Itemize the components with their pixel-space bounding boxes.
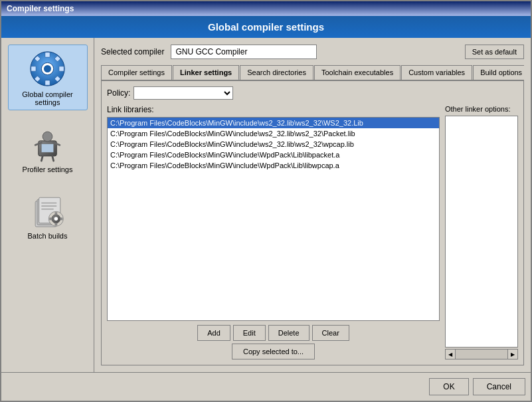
list-item[interactable]: C:\Program Files\CodeBlocks\MinGW\includ… bbox=[108, 128, 439, 139]
sidebar-item-batch-builds[interactable]: Batch builds bbox=[8, 187, 88, 243]
selected-compiler-label: Selected compiler bbox=[101, 47, 164, 56]
horizontal-scroll-area: ◀ ▶ bbox=[445, 349, 518, 359]
content-area: Link libraries: C:\Program Files\CodeBlo… bbox=[107, 105, 518, 359]
delete-button[interactable]: Delete bbox=[268, 325, 310, 341]
sidebar-global-compiler-label: Global compilersettings bbox=[22, 90, 72, 106]
tab-content-linker: Policy: Link libraries: C:\Program Files… bbox=[101, 81, 524, 365]
ok-button[interactable]: OK bbox=[429, 378, 468, 395]
svg-rect-29 bbox=[49, 217, 52, 220]
list-item[interactable]: C:\Program Files\CodeBlocks\MinGW\includ… bbox=[108, 160, 439, 171]
sidebar: Global compilersettings bbox=[1, 38, 94, 372]
svg-point-26 bbox=[54, 217, 58, 221]
tab-custom-variables[interactable]: Custom variables bbox=[401, 65, 472, 80]
profiler-icon bbox=[28, 124, 68, 163]
other-linker-textbox[interactable] bbox=[445, 116, 518, 348]
list-item[interactable]: C:\Program Files\CodeBlocks\MinGW\includ… bbox=[108, 139, 439, 150]
global-compiler-icon bbox=[28, 49, 68, 88]
tab-toolchain-executables[interactable]: Toolchain executables bbox=[314, 65, 400, 80]
compiler-dropdown[interactable]: GNU GCC Compiler bbox=[171, 45, 317, 59]
tabs-container: Compiler settings Linker settings Search… bbox=[101, 64, 524, 81]
scroll-track bbox=[456, 349, 507, 359]
svg-rect-17 bbox=[41, 144, 53, 152]
policy-label: Policy: bbox=[107, 88, 130, 98]
main-content: Global compilersettings bbox=[1, 38, 531, 372]
scroll-right-button[interactable]: ▶ bbox=[507, 349, 518, 359]
svg-rect-30 bbox=[60, 217, 63, 220]
svg-rect-2 bbox=[45, 80, 50, 84]
copy-selected-button[interactable]: Copy selected to... bbox=[232, 344, 315, 359]
svg-rect-3 bbox=[31, 66, 36, 70]
sidebar-batch-builds-label: Batch builds bbox=[28, 232, 68, 240]
other-linker-label: Other linker options: bbox=[445, 105, 518, 113]
window-title: Compiler settings bbox=[7, 4, 74, 13]
svg-line-15 bbox=[41, 155, 43, 160]
sidebar-item-global-compiler[interactable]: Global compilersettings bbox=[8, 45, 88, 110]
svg-point-12 bbox=[43, 132, 52, 142]
right-section: Other linker options: ◀ ▶ bbox=[445, 105, 518, 359]
tab-linker-settings[interactable]: Linker settings bbox=[173, 65, 239, 80]
right-panel: Selected compiler GNU GCC Compiler Set a… bbox=[94, 38, 531, 372]
list-item[interactable]: C:\Program Files\CodeBlocks\MinGW\includ… bbox=[108, 118, 439, 128]
edit-button[interactable]: Edit bbox=[233, 325, 266, 341]
svg-rect-4 bbox=[59, 66, 64, 70]
sidebar-item-profiler[interactable]: Profiler settings bbox=[8, 120, 88, 177]
scroll-left-button[interactable]: ◀ bbox=[445, 349, 456, 359]
sidebar-profiler-label: Profiler settings bbox=[23, 165, 73, 173]
bottom-bar: OK Cancel bbox=[1, 372, 531, 401]
compiler-settings-window: Compiler settings Global compiler settin… bbox=[0, 0, 532, 402]
policy-row: Policy: bbox=[107, 86, 518, 100]
copy-btn-row: Copy selected to... bbox=[107, 344, 440, 359]
svg-rect-1 bbox=[45, 52, 50, 56]
header-title: Global compiler settings bbox=[208, 21, 324, 33]
cancel-button[interactable]: Cancel bbox=[473, 378, 525, 395]
add-button[interactable]: Add bbox=[197, 325, 230, 341]
svg-rect-28 bbox=[55, 223, 58, 225]
link-libraries-listbox[interactable]: C:\Program Files\CodeBlocks\MinGW\includ… bbox=[107, 117, 440, 321]
set-default-button[interactable]: Set as default bbox=[465, 45, 524, 59]
clear-button[interactable]: Clear bbox=[312, 325, 349, 341]
svg-rect-27 bbox=[55, 212, 58, 215]
svg-point-10 bbox=[44, 65, 51, 72]
header-bar: Global compiler settings bbox=[1, 16, 531, 38]
compiler-select-row: Selected compiler GNU GCC Compiler Set a… bbox=[101, 45, 524, 59]
link-libraries-label: Link libraries: bbox=[107, 105, 440, 114]
title-bar: Compiler settings bbox=[1, 1, 531, 16]
list-item[interactable]: C:\Program Files\CodeBlocks\MinGW\includ… bbox=[108, 150, 439, 160]
batch-builds-icon bbox=[28, 190, 68, 230]
tab-build-options[interactable]: Build options bbox=[473, 65, 524, 80]
list-buttons: Add Edit Delete Clear bbox=[107, 325, 440, 341]
svg-line-16 bbox=[52, 155, 54, 160]
tab-compiler-settings[interactable]: Compiler settings bbox=[101, 65, 172, 80]
left-section: Link libraries: C:\Program Files\CodeBlo… bbox=[107, 105, 440, 359]
policy-dropdown[interactable] bbox=[133, 86, 233, 100]
tab-search-directories[interactable]: Search directories bbox=[240, 65, 313, 80]
